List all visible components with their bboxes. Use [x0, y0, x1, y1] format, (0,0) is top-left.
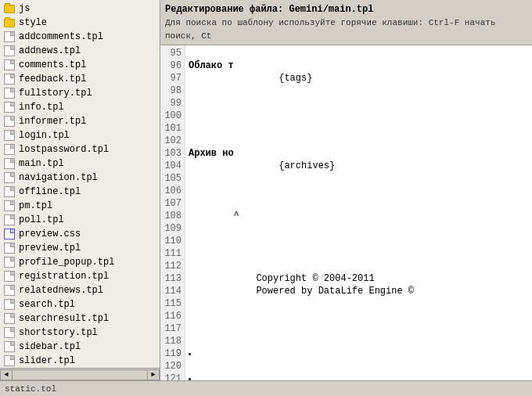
sidebar-item[interactable]: info.tpl [0, 100, 160, 114]
tpl-icon [3, 284, 16, 297]
scroll-left-btn[interactable]: ◄ [0, 369, 13, 380]
tpl-icon [3, 31, 16, 43]
sidebar-item[interactable]: relatednews.tpl [0, 283, 160, 297]
code-line[interactable] [189, 97, 529, 110]
sidebar-item-label: shortstory.tpl [19, 327, 98, 338]
line-number: 112 [160, 260, 185, 272]
editor-header: Редактирование файла: Gemini/main.tpl Дл… [160, 0, 532, 45]
sidebar-item-label: info.tpl [19, 102, 64, 113]
tpl-icon [3, 312, 16, 325]
sidebar-item[interactable]: search.tpl [0, 297, 160, 311]
tpl-icon [3, 355, 16, 367]
status-file: static.tol [5, 384, 56, 394]
code-line[interactable] [189, 85, 529, 97]
sidebar-item-label: login.tpl [19, 130, 70, 141]
code-line[interactable] [189, 122, 529, 135]
code-line[interactable]: Copyright © 2004-2011 [189, 272, 529, 285]
line-number: 96 [160, 59, 185, 72]
scroll-right-btn[interactable]: ► [147, 369, 160, 380]
code-line[interactable] [189, 335, 529, 360]
line-number: 113 [160, 272, 185, 285]
tpl-icon [3, 270, 16, 283]
file-list[interactable]: jsstyleaddcomments.tpladdnews.tplcomment… [0, 0, 160, 368]
sidebar-item[interactable]: sidebar.tpl [0, 340, 160, 354]
sidebar-item[interactable]: searchresult.tpl [0, 311, 160, 326]
code-line[interactable]: Powered by DataLife Engine © [189, 285, 529, 297]
sidebar-item[interactable]: shortstory.tpl [0, 326, 160, 340]
sidebar-item[interactable]: style [0, 16, 160, 30]
code-line[interactable] [189, 297, 529, 310]
sidebar-item-label: addcomments.tpl [19, 31, 103, 42]
sidebar-item[interactable]: feedback.tpl [0, 72, 160, 86]
code-line[interactable]: {tags} [189, 72, 529, 85]
code-line[interactable] [189, 185, 529, 197]
line-number: 99 [160, 97, 185, 110]
code-line[interactable] [189, 360, 529, 380]
tpl-icon [3, 326, 16, 339]
sidebar-item[interactable]: offline.tpl [0, 185, 160, 199]
sidebar-item-label: feedback.tpl [19, 74, 86, 85]
sidebar-item[interactable]: main.tpl [0, 157, 160, 171]
sidebar-item[interactable]: comments.tpl [0, 58, 160, 72]
sidebar-item[interactable]: informer.tpl [0, 114, 160, 128]
code-line[interactable] [189, 197, 529, 210]
sidebar-item[interactable]: js [0, 2, 160, 16]
tpl-icon [3, 256, 16, 268]
line-number: 117 [160, 322, 185, 335]
sidebar-item[interactable]: pm.tpl [0, 199, 160, 213]
sidebar-item[interactable]: addnews.tpl [0, 44, 160, 58]
sidebar-item[interactable]: login.tpl [0, 128, 160, 142]
sidebar-item-label: comments.tpl [19, 59, 86, 70]
sidebar-item-label: main.tpl [19, 158, 64, 169]
editor-hint: Для поиска по шаблону используйте горячи… [165, 16, 527, 42]
sidebar-item[interactable]: fullstory.tpl [0, 86, 160, 100]
sidebar-item[interactable]: addcomments.tpl [0, 30, 160, 44]
code-line[interactable] [189, 322, 529, 335]
editor-area: Редактирование файла: Gemini/main.tpl Дл… [160, 0, 532, 380]
code-line[interactable]: ^ [189, 210, 529, 222]
code-line[interactable]: {archives} [189, 160, 529, 172]
file-sidebar: jsstyleaddcomments.tpladdnews.tplcomment… [0, 0, 160, 380]
code-line[interactable] [189, 110, 529, 122]
code-area[interactable]: Облако т {tags} Архив но {archives} ^ Co… [185, 45, 532, 380]
tpl-icon [3, 185, 16, 198]
tpl-icon [3, 87, 16, 99]
line-number: 106 [160, 185, 185, 197]
tpl-icon [3, 45, 16, 57]
sidebar-item[interactable]: preview.css [0, 227, 160, 241]
line-number: 116 [160, 310, 185, 322]
tpl-icon [3, 143, 16, 156]
sidebar-item[interactable]: profile_popup.tpl [0, 255, 160, 269]
tpl-icon [3, 242, 16, 254]
sidebar-item[interactable]: navigation.tpl [0, 171, 160, 185]
editor-title: Редактирование файла: Gemini/main.tpl [165, 2, 527, 16]
sidebar-item-label: poll.tpl [19, 214, 64, 225]
code-line[interactable] [189, 172, 529, 185]
code-line[interactable] [189, 310, 529, 322]
code-line[interactable] [189, 247, 529, 260]
line-number: 119 [160, 347, 185, 360]
line-number: 121 [160, 373, 185, 380]
line-number: 109 [160, 222, 185, 235]
sidebar-item[interactable]: slider.tpl [0, 354, 160, 368]
line-number: 118 [160, 335, 185, 347]
tpl-icon [3, 115, 16, 128]
code-line[interactable] [189, 222, 529, 235]
code-line[interactable] [189, 260, 529, 272]
sidebar-item-label: addnews.tpl [19, 45, 81, 56]
tpl-icon [3, 73, 16, 85]
line-number: 97 [160, 72, 185, 85]
tpl-icon [3, 200, 16, 212]
code-line[interactable]: Архив но [189, 135, 529, 160]
code-line[interactable] [189, 235, 529, 247]
tpl-icon [3, 59, 16, 71]
sidebar-item[interactable]: lostpassword.tpl [0, 142, 160, 157]
folder-icon [3, 2, 16, 15]
code-line[interactable]: Облако т [189, 47, 529, 72]
sidebar-bottom-scrollbar[interactable]: ◄ ► [0, 368, 160, 380]
sidebar-item[interactable]: poll.tpl [0, 213, 160, 227]
line-number: 120 [160, 360, 185, 373]
sidebar-item[interactable]: preview.tpl [0, 241, 160, 255]
sidebar-item[interactable]: registration.tpl [0, 269, 160, 283]
sidebar-item-label: navigation.tpl [19, 172, 98, 183]
